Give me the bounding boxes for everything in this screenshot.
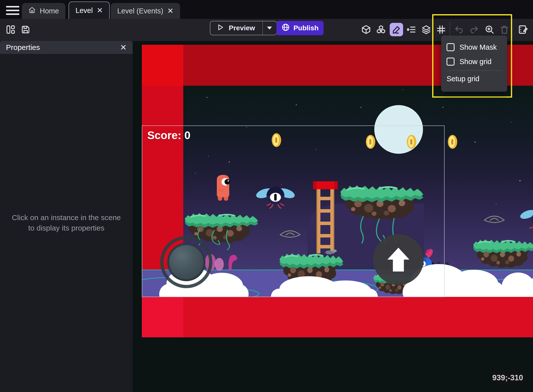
tab-label: Home (40, 7, 59, 15)
menu-item-setup-grid[interactable]: Setup grid (441, 72, 507, 85)
trash-icon[interactable] (499, 24, 510, 35)
show-grid-checkbox[interactable] (447, 58, 455, 66)
undo-icon[interactable] (453, 24, 465, 35)
tab-home[interactable]: Home (22, 3, 65, 19)
main-menu-icon[interactable] (6, 6, 19, 15)
grid-icon[interactable] (435, 24, 447, 35)
properties-title: Properties (6, 43, 40, 52)
red-band-intersection (142, 45, 183, 86)
publish-button[interactable]: Publish (276, 21, 324, 35)
close-tab-icon[interactable]: ✕ (97, 7, 103, 14)
preview-options-button[interactable] (263, 21, 276, 35)
layout-panels-icon[interactable] (5, 24, 16, 35)
save-icon[interactable] (20, 24, 31, 35)
layers-icon[interactable] (420, 24, 432, 35)
floating-platform[interactable] (472, 234, 533, 275)
properties-panel: Properties ✕ Click on an instance in the… (0, 41, 133, 392)
red-danger-band-bottom (142, 297, 533, 337)
camera-bounds (142, 125, 445, 297)
menu-item-show-mask[interactable]: Show Mask (441, 40, 507, 54)
tab-bar: Home Level ✕ Level (Events) ✕ (0, 0, 533, 19)
preview-label: Preview (229, 24, 255, 32)
home-icon (28, 6, 36, 16)
tab-level[interactable]: Level ✕ (69, 1, 110, 19)
close-tab-icon[interactable]: ✕ (167, 7, 173, 15)
globe-icon (281, 23, 290, 33)
preview-button[interactable]: Preview (210, 21, 277, 35)
show-mask-checkbox[interactable] (447, 43, 455, 51)
zoom-in-icon[interactable] (484, 24, 495, 35)
chevron-down-icon (266, 26, 272, 30)
menu-divider (447, 70, 502, 71)
menu-item-label: Show Mask (459, 43, 497, 51)
menu-item-show-grid[interactable]: Show grid (441, 54, 507, 69)
play-icon (216, 23, 224, 33)
menu-item-label: Show grid (459, 58, 492, 66)
fly-enemy-partial[interactable] (520, 207, 533, 230)
properties-header: Properties ✕ (0, 41, 133, 54)
edit-instance-icon[interactable] (390, 23, 403, 36)
publish-label: Publish (293, 24, 318, 32)
object-cube-icon[interactable] (360, 24, 372, 35)
objects-group-icon[interactable] (375, 24, 387, 35)
scene-editor-icon[interactable] (517, 24, 529, 35)
tab-label: Level (76, 6, 93, 15)
grid-options-menu: Show Mask Show grid Setup grid (441, 36, 507, 92)
properties-empty-message: Click on an instance in the scene to dis… (10, 212, 123, 233)
tab-label: Level (Events) (117, 7, 163, 15)
menu-item-label: Setup grid (447, 75, 479, 83)
coin (448, 135, 457, 149)
redo-icon[interactable] (468, 24, 480, 35)
scene-canvas[interactable]: Score: 0 (133, 41, 533, 392)
close-panel-icon[interactable]: ✕ (120, 43, 127, 52)
instances-list-icon[interactable] (406, 24, 417, 35)
cursor-coordinates-badge: 939;-310 (493, 371, 523, 385)
tab-level-events[interactable]: Level (Events) ✕ (111, 3, 180, 19)
red-band-intersection (142, 297, 183, 337)
eye-decoration (484, 215, 505, 226)
